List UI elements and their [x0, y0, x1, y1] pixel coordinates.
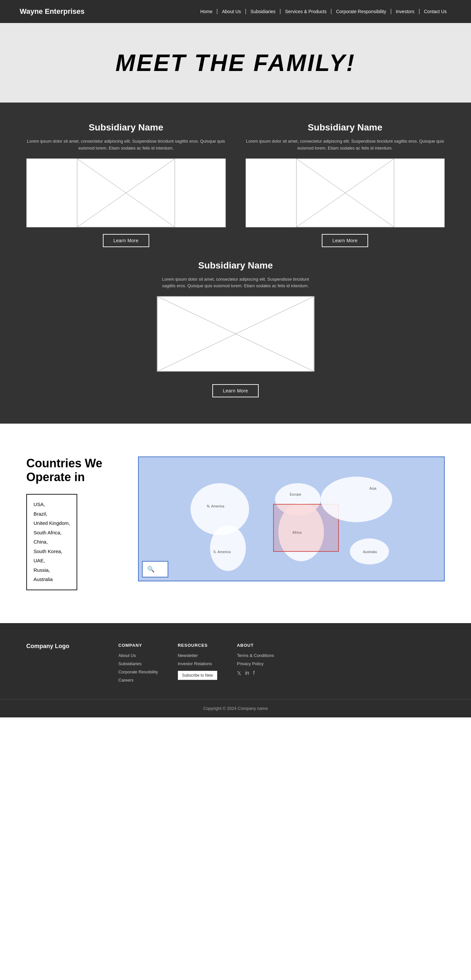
country-usa: USA, — [33, 500, 70, 509]
subsidiaries-top-row: Subsidiary Name Lorem ipsum dolor sit am… — [26, 122, 445, 247]
nav-services[interactable]: Services & Products — [280, 9, 331, 14]
footer-link-careers[interactable]: Careers — [118, 678, 134, 682]
map-container: N. America S. America Europe Africa Asia — [138, 457, 445, 581]
subsidiaries-section: Subsidiary Name Lorem ipsum dolor sit am… — [0, 103, 471, 424]
footer-link-subsidiaries[interactable]: Subsidiaries — [118, 661, 142, 666]
footer-link-privacy[interactable]: Privacy Policy — [237, 661, 264, 666]
footer-col-about: ABOUT Terms & Conditions Privacy Policy … — [237, 643, 274, 686]
svg-text:Asia: Asia — [369, 486, 377, 490]
svg-point-12 — [210, 525, 246, 571]
nav-corporate[interactable]: Corporate Responsibility — [331, 9, 391, 14]
subsidiary-card-2: Subsidiary Name Lorem ipsum dolor sit am… — [245, 122, 445, 247]
footer-logo: Company Logo — [26, 643, 118, 686]
copyright-text: Copyright © 2024 Company name — [203, 706, 268, 711]
subsidiary-image-1 — [26, 158, 226, 228]
footer-link-about[interactable]: About Us — [118, 653, 136, 658]
map-legend-icon: 🔍 — [147, 566, 154, 573]
footer-top: Company Logo COMPANY About Us Subsidiari… — [26, 643, 445, 686]
learn-more-btn-3[interactable]: Learn More — [212, 384, 259, 397]
countries-heading: Countries We Operate in — [26, 457, 118, 484]
svg-rect-6 — [158, 296, 314, 371]
nav-home[interactable]: Home — [196, 9, 217, 14]
footer-link-newsletter[interactable]: Newsletter — [178, 653, 198, 658]
footer: Company Logo COMPANY About Us Subsidiari… — [0, 623, 471, 718]
country-russia: Russia, — [33, 566, 70, 575]
linkedin-icon[interactable]: in — [245, 670, 249, 676]
footer-link-investor[interactable]: Investor Relations — [178, 661, 212, 666]
svg-line-1 — [77, 159, 175, 227]
subsidiary-title-1: Subsidiary Name — [26, 122, 226, 133]
svg-text:N. America: N. America — [207, 504, 224, 508]
nav-investors[interactable]: Investors — [391, 9, 419, 14]
svg-text:S. America: S. America — [213, 550, 231, 554]
footer-company-heading: COMPANY — [118, 643, 158, 648]
footer-link-terms[interactable]: Terms & Conditions — [237, 653, 274, 658]
svg-point-10 — [191, 483, 249, 535]
hero-heading: MEET THE FAMILY! — [20, 49, 451, 76]
footer-link-corporate[interactable]: Corporate Resoibility — [118, 670, 158, 675]
country-australia: Australia — [33, 575, 70, 584]
svg-point-19 — [321, 477, 393, 523]
subsidiary-card-1: Subsidiary Name Lorem ipsum dolor sit am… — [26, 122, 226, 247]
country-sa: South Africa, — [33, 528, 70, 538]
svg-text:Australia: Australia — [363, 550, 377, 554]
countries-right: N. America S. America Europe Africa Asia — [138, 457, 445, 581]
countries-left: Countries We Operate in USA, Brazil, Uni… — [26, 457, 118, 590]
footer-bottom: Copyright © 2024 Company name — [26, 699, 445, 718]
footer-col-company: COMPANY About Us Subsidiaries Corporate … — [118, 643, 158, 686]
facebook-icon[interactable]: f — [253, 670, 255, 676]
svg-line-2 — [77, 159, 175, 227]
nav-subsidiaries[interactable]: Subsidiaries — [246, 9, 280, 14]
svg-rect-0 — [77, 159, 175, 227]
footer-col-resources: RESOURCES Newsletter Investor Relations … — [178, 643, 217, 686]
countries-list: USA, Brazil, United Kingdom, South Afric… — [26, 494, 77, 590]
subscribe-button[interactable]: Subscribe to New — [178, 671, 217, 680]
country-brazil: Brazil, — [33, 509, 70, 519]
learn-more-btn-2[interactable]: Learn More — [322, 234, 368, 247]
learn-more-btn-1[interactable]: Learn More — [103, 234, 149, 247]
subsidiary-card-3: Subsidiary Name Lorem ipsum dolor sit am… — [157, 260, 315, 398]
navbar: Wayne Enterprises Home About Us Subsidia… — [0, 0, 471, 23]
subsidiary-title-3: Subsidiary Name — [157, 260, 315, 271]
map-legend: 🔍 — [142, 561, 168, 578]
hero-section: MEET THE FAMILY! — [0, 23, 471, 103]
footer-columns: COMPANY About Us Subsidiaries Corporate … — [118, 643, 445, 686]
subsidiary-desc-1: Lorem ipsum dolor sit amet, consectetur … — [26, 138, 226, 152]
svg-text:Europe: Europe — [290, 492, 301, 496]
country-china: China, — [33, 537, 70, 547]
svg-rect-3 — [296, 159, 394, 227]
footer-company-links: About Us Subsidiaries Corporate Resoibil… — [118, 653, 158, 682]
subsidiary-desc-3: Lorem ipsum dolor sit amet, consectetur … — [157, 276, 315, 290]
svg-line-7 — [158, 296, 314, 371]
countries-section: Countries We Operate in USA, Brazil, Uni… — [0, 424, 471, 623]
svg-line-8 — [158, 296, 314, 371]
country-uae: UAE, — [33, 556, 70, 566]
subsidiary-image-2 — [245, 158, 445, 228]
country-sk: South Korea, — [33, 547, 70, 556]
footer-about-heading: ABOUT — [237, 643, 274, 648]
navbar-links: Home About Us Subsidiaries Services & Pr… — [196, 9, 451, 14]
subsidiaries-center-row: Subsidiary Name Lorem ipsum dolor sit am… — [26, 260, 445, 398]
footer-resources-links: Newsletter Investor Relations Subscribe … — [178, 653, 217, 680]
subsidiary-title-2: Subsidiary Name — [245, 122, 445, 133]
nav-contact[interactable]: Contact Us — [419, 9, 451, 14]
twitter-icon[interactable]: 𝕏 — [237, 670, 241, 676]
subsidiary-image-3 — [157, 296, 315, 372]
subsidiary-desc-2: Lorem ipsum dolor sit amet, consectetur … — [245, 138, 445, 152]
footer-resources-heading: RESOURCES — [178, 643, 217, 648]
navbar-logo: Wayne Enterprises — [20, 7, 84, 16]
footer-about-links: Terms & Conditions Privacy Policy — [237, 653, 274, 666]
country-uk: United Kingdom, — [33, 519, 70, 528]
svg-line-4 — [296, 159, 394, 227]
nav-about[interactable]: About Us — [217, 9, 246, 14]
social-icons: 𝕏 in f — [237, 670, 274, 676]
svg-line-5 — [296, 159, 394, 227]
